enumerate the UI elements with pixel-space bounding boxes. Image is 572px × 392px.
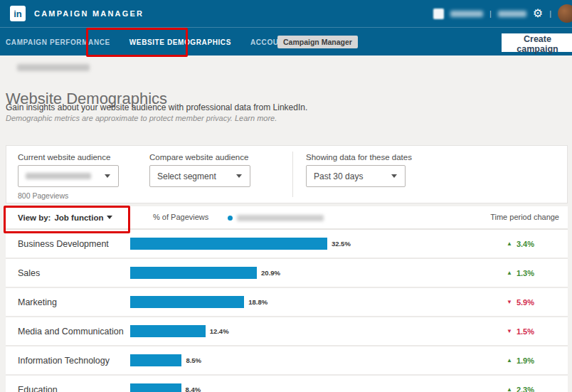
job-function-label: Sales	[18, 259, 40, 287]
job-function-label: Media and Communication	[18, 317, 124, 345]
table-row: Business Development 32.5% ▲ 3.4%	[6, 230, 568, 259]
audience-filter-card: Current website audience 800 Pageviews C…	[6, 145, 568, 203]
change-value: 3.4%	[517, 240, 534, 248]
pageviews-bar	[130, 383, 181, 392]
job-function-label: Marketing	[18, 288, 57, 316]
learn-more-link[interactable]: Learn more.	[235, 114, 277, 122]
change-arrow-icon: ▼	[507, 328, 512, 334]
redacted-audience-value	[26, 173, 91, 179]
app-title: CAMPAIGN MANAGER	[34, 0, 144, 27]
change-value: 1.9%	[517, 356, 534, 365]
bar-wrap: 8.5%	[130, 346, 201, 374]
change-arrow-icon: ▲	[507, 270, 512, 276]
compare-audience-select[interactable]: Select segment	[149, 165, 250, 187]
chevron-down-icon	[391, 174, 397, 178]
change-arrow-icon: ▲	[507, 386, 512, 392]
redacted-account-breadcrumb	[17, 64, 90, 71]
pageviews-bar	[130, 267, 257, 279]
table-row: Media and Communication 12.4% ▼ 1.5%	[6, 317, 568, 346]
bar-wrap: 20.9%	[130, 259, 280, 287]
bar-wrap: 32.5%	[130, 230, 351, 258]
change-arrow-icon: ▲	[507, 240, 512, 247]
date-range-label: Showing data for these dates	[306, 153, 412, 161]
job-function-label: Education	[18, 376, 58, 392]
table-row: Marketing 18.8% ▼ 5.9%	[6, 288, 568, 317]
job-function-label: Information Technology	[18, 346, 110, 374]
time-period-change: ▼ 5.9%	[507, 288, 534, 316]
annotation-rect-view-by	[4, 206, 130, 233]
annotation-rect-website-demographics	[86, 28, 188, 57]
avatar[interactable]	[558, 4, 572, 23]
pageviews-value: 18.8%	[248, 298, 268, 306]
pageviews-bar	[130, 296, 244, 308]
topbar-separator: |	[489, 9, 492, 18]
linkedin-logo-icon[interactable]: in	[10, 6, 26, 21]
compare-audience-value: Select segment	[157, 171, 216, 181]
pageviews-value: 8.5%	[186, 356, 201, 364]
change-column-header: Time period change	[490, 213, 559, 221]
current-audience-select[interactable]	[18, 165, 119, 187]
pageviews-value: 20.9%	[261, 269, 280, 277]
date-range-value: Past 30 days	[314, 171, 363, 181]
current-audience-label: Current website audience	[18, 153, 110, 161]
change-arrow-icon: ▼	[507, 299, 512, 305]
bar-wrap: 8.4%	[130, 376, 201, 392]
time-period-change: ▲ 1.3%	[507, 259, 534, 287]
bar-wrap: 18.8%	[130, 288, 268, 316]
redacted-account-id	[498, 11, 526, 17]
pageviews-bar	[130, 325, 206, 337]
time-period-change: ▲ 3.4%	[507, 230, 534, 258]
table-row: Information Technology 8.5% ▲ 1.9%	[6, 346, 568, 376]
time-period-change: ▲ 2.3%	[507, 376, 534, 392]
account-cluster: | ⚙ |	[433, 0, 572, 27]
change-value: 1.3%	[517, 269, 534, 277]
pageviews-value: 12.4%	[210, 327, 229, 335]
bar-wrap: 12.4%	[130, 317, 229, 345]
gear-icon[interactable]: ⚙	[533, 8, 543, 19]
pageviews-bar	[130, 354, 181, 366]
top-bar: in CAMPAIGN MANAGER | ⚙ |	[0, 0, 572, 27]
change-value: 5.9%	[517, 298, 534, 307]
topbar-separator: |	[549, 9, 551, 18]
pageviews-column-header: % of Pageviews	[153, 213, 208, 221]
table-row: Sales 20.9% ▲ 1.3%	[6, 259, 568, 288]
privacy-note-text: Demographic metrics are approximate to p…	[6, 114, 233, 122]
table-row: Education 8.4% ▲ 2.3%	[6, 376, 568, 392]
chevron-down-icon	[236, 174, 242, 178]
pageviews-value: 8.4%	[186, 386, 201, 392]
pageviews-note: 800 Pageviews	[18, 191, 68, 200]
redacted-account-icon	[433, 9, 444, 19]
create-campaign-button[interactable]: Create campaign	[502, 33, 572, 52]
filter-divider	[292, 152, 293, 197]
page-subtitle: Gain insights about your website audienc…	[6, 102, 307, 112]
compare-audience-label: Compare website audience	[149, 153, 248, 161]
time-period-change: ▼ 1.5%	[507, 317, 534, 345]
legend-dot-icon	[228, 216, 233, 221]
campaign-manager-badge: Campaign Manager	[277, 36, 358, 48]
time-period-change: ▲ 1.9%	[507, 346, 534, 374]
change-value: 1.5%	[517, 327, 534, 336]
job-function-label: Business Development	[18, 230, 109, 258]
change-value: 2.3%	[517, 386, 534, 392]
chevron-down-icon	[105, 174, 110, 178]
redacted-legend-name	[237, 215, 324, 221]
change-arrow-icon: ▲	[507, 357, 512, 364]
date-range-select[interactable]: Past 30 days	[306, 165, 406, 187]
pageviews-value: 32.5%	[332, 240, 351, 248]
redacted-account-name	[450, 11, 483, 17]
privacy-note: Demographic metrics are approximate to p…	[6, 114, 277, 122]
demographics-rows: Business Development 32.5% ▲ 3.4% Sales …	[6, 230, 568, 392]
pageviews-bar	[130, 238, 327, 250]
